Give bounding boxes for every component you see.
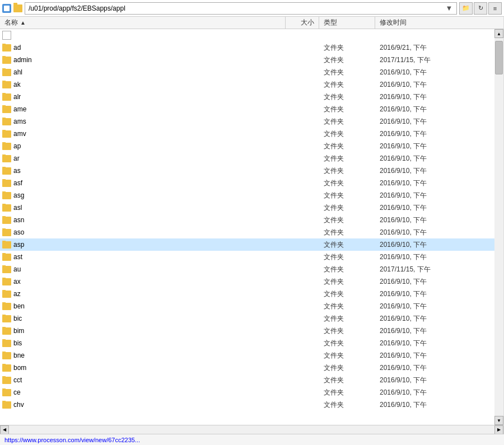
table-row[interactable]: chv 文件夹 2016/9/10, 下午 <box>0 399 494 411</box>
file-row-date: 2016/9/10, 下午 <box>375 351 494 360</box>
table-row[interactable]: asg 文件夹 2016/9/10, 下午 <box>0 189 494 202</box>
file-row-name: aso <box>0 228 286 236</box>
file-row-type: 文件夹 <box>319 400 375 410</box>
filename-text: asp <box>13 241 24 249</box>
table-row[interactable]: as 文件夹 2016/9/10, 下午 <box>0 165 494 177</box>
toolbar-btn-refresh[interactable]: ↻ <box>474 2 487 15</box>
file-row-type: 文件夹 <box>319 68 375 77</box>
filename-text: admin <box>13 56 32 64</box>
sort-arrow-icon: ▲ <box>20 20 26 26</box>
folder-icon <box>2 106 11 113</box>
table-row[interactable]: alr 文件夹 2016/9/10, 下午 <box>0 91 494 103</box>
scroll-down-button[interactable]: ▼ <box>494 416 503 425</box>
table-row[interactable]: bis 文件夹 2016/9/10, 下午 <box>0 337 494 349</box>
scroll-up-button[interactable]: ▲ <box>494 29 503 38</box>
address-dropdown-icon[interactable]: ▼ <box>445 4 453 12</box>
table-row[interactable]: amv 文件夹 2016/9/10, 下午 <box>0 128 494 140</box>
filename-text: bis <box>13 339 22 347</box>
file-list[interactable]: ad 文件夹 2016/9/21, 下午 admin 文件夹 2017/11/1… <box>0 29 494 425</box>
table-row[interactable]: cct 文件夹 2016/9/10, 下午 <box>0 374 494 386</box>
scroll-right-button[interactable]: ▶ <box>494 425 503 434</box>
file-row-type: 文件夹 <box>319 240 375 250</box>
folder-icon <box>2 192 11 199</box>
col-header-size[interactable]: 大小 <box>286 17 319 29</box>
file-row-type: 文件夹 <box>319 339 375 348</box>
scroll-thumb[interactable] <box>495 41 503 74</box>
file-row-name: ad <box>0 44 286 51</box>
table-row[interactable]: admin 文件夹 2017/11/15, 下午 <box>0 54 494 66</box>
file-row-date: 2016/9/10, 下午 <box>375 80 494 90</box>
scroll-horizontal-track[interactable] <box>9 425 494 434</box>
filename-text: ce <box>13 388 21 396</box>
file-row-name: az <box>0 290 286 298</box>
file-row-type: 文件夹 <box>319 228 375 237</box>
toolbar-btn-folder[interactable]: 📁 <box>459 2 473 15</box>
file-row-type: 文件夹 <box>319 154 375 163</box>
table-row[interactable]: au 文件夹 2017/11/15, 下午 <box>0 263 494 275</box>
file-row-date: 2016/9/10, 下午 <box>375 68 494 77</box>
file-row-type: 文件夹 <box>319 203 375 213</box>
file-row-date: 2016/9/10, 下午 <box>375 191 494 200</box>
filename-text: asg <box>13 191 24 199</box>
table-row[interactable]: ce 文件夹 2016/9/10, 下午 <box>0 386 494 399</box>
table-row[interactable]: ad 文件夹 2016/9/21, 下午 <box>0 41 494 54</box>
scroll-left-button[interactable]: ◀ <box>0 425 9 434</box>
file-row-type: 文件夹 <box>319 326 375 336</box>
folder-icon <box>2 266 11 273</box>
folder-icon <box>2 118 11 125</box>
window-icon <box>2 4 11 13</box>
table-row[interactable]: ben 文件夹 2016/9/10, 下午 <box>0 300 494 312</box>
table-row[interactable]: ahl 文件夹 2016/9/10, 下午 <box>0 66 494 78</box>
file-row-name: ams <box>0 118 286 125</box>
table-row[interactable]: ap 文件夹 2016/9/10, 下午 <box>0 140 494 152</box>
folder-icon <box>2 57 11 64</box>
file-row-date: 2017/11/15, 下午 <box>375 265 494 274</box>
col-header-date[interactable]: 修改时间 <box>375 17 503 29</box>
table-row[interactable]: bic 文件夹 2016/9/10, 下午 <box>0 312 494 325</box>
file-row-date: 2016/9/10, 下午 <box>375 277 494 287</box>
vertical-scrollbar[interactable]: ▲ ▼ <box>494 29 503 425</box>
refresh-icon: ↻ <box>478 4 483 12</box>
file-row-name: chv <box>0 401 286 409</box>
table-row[interactable]: ak 文件夹 2016/9/10, 下午 <box>0 78 494 91</box>
scroll-track[interactable] <box>494 38 503 416</box>
horizontal-scrollbar[interactable]: ◀ ▶ <box>0 425 503 434</box>
view-icon: ≡ <box>493 5 497 12</box>
file-row-date: 2016/9/10, 下午 <box>375 363 494 373</box>
table-row[interactable]: asn 文件夹 2016/9/10, 下午 <box>0 214 494 226</box>
address-bar[interactable]: /u01/prod/app/fs2/EBSapps/appl ▼ <box>25 2 457 15</box>
table-row[interactable]: ar 文件夹 2016/9/10, 下午 <box>0 152 494 165</box>
table-row[interactable]: ams 文件夹 2016/9/10, 下午 <box>0 115 494 128</box>
file-row-date: 2016/9/10, 下午 <box>375 252 494 262</box>
file-row-type: 文件夹 <box>319 55 375 65</box>
folder-icon <box>2 69 11 76</box>
folder-icon <box>2 241 11 249</box>
table-row[interactable]: ast 文件夹 2016/9/10, 下午 <box>0 251 494 263</box>
table-row[interactable]: bom 文件夹 2016/9/10, 下午 <box>0 362 494 374</box>
table-row[interactable] <box>0 29 494 41</box>
file-row-date: 2016/9/10, 下午 <box>375 376 494 385</box>
table-row[interactable]: az 文件夹 2016/9/10, 下午 <box>0 288 494 300</box>
file-row-name: asn <box>0 216 286 224</box>
table-row[interactable]: asp 文件夹 2016/9/10, 下午 <box>0 238 494 251</box>
table-row[interactable]: ax 文件夹 2016/9/10, 下午 <box>0 275 494 288</box>
file-row-type: 文件夹 <box>319 289 375 299</box>
file-row-date: 2016/9/10, 下午 <box>375 179 494 188</box>
file-list-container: 名称 ▲ 大小 类型 修改时间 <box>0 17 504 434</box>
table-row[interactable]: bim 文件夹 2016/9/10, 下午 <box>0 325 494 337</box>
table-row[interactable]: asl 文件夹 2016/9/10, 下午 <box>0 202 494 214</box>
folder-icon <box>2 167 11 175</box>
filename-text: ame <box>13 105 26 113</box>
file-row-type: 文件夹 <box>319 363 375 373</box>
file-row-name <box>0 31 286 40</box>
folder-icon <box>2 93 11 101</box>
table-row[interactable]: ame 文件夹 2016/9/10, 下午 <box>0 103 494 115</box>
table-row[interactable]: asf 文件夹 2016/9/10, 下午 <box>0 177 494 189</box>
col-header-name[interactable]: 名称 ▲ <box>0 17 286 29</box>
table-row[interactable]: bne 文件夹 2016/9/10, 下午 <box>0 349 494 362</box>
file-row-date: 2016/9/10, 下午 <box>375 240 494 250</box>
file-row-date: 2016/9/10, 下午 <box>375 302 494 311</box>
toolbar-btn-view[interactable]: ≡ <box>488 2 502 15</box>
col-header-type[interactable]: 类型 <box>319 17 375 29</box>
table-row[interactable]: aso 文件夹 2016/9/10, 下午 <box>0 226 494 238</box>
